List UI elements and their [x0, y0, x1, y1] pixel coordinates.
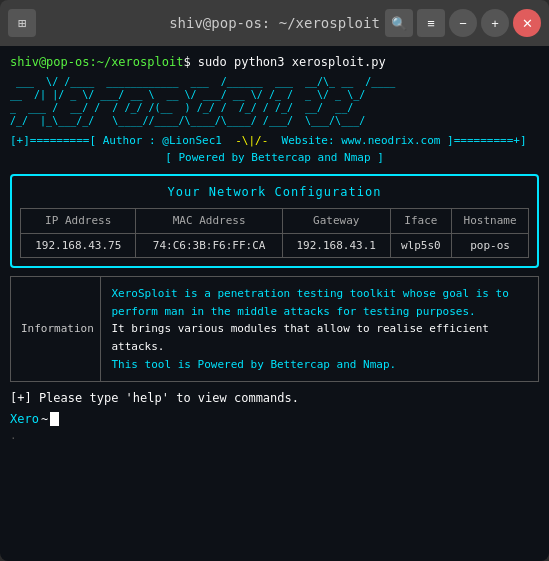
- info-line-2: It brings various modules that allow to …: [111, 322, 489, 353]
- info-line-3: This tool is Powered by Bettercap and Nm…: [111, 358, 396, 371]
- info-line-1: XeroSploit is a penetration testing tool…: [111, 287, 508, 318]
- ascii-art: ___ \/ /____ ____________ ___ /______ __…: [10, 75, 539, 127]
- network-table: IP Address MAC Address Gateway Iface Hos…: [20, 208, 529, 258]
- info-box: Information XeroSploit is a penetration …: [10, 276, 539, 382]
- titlebar-left: ⊞: [8, 9, 36, 37]
- minimize-button[interactable]: −: [449, 9, 477, 37]
- col-iface: Iface: [390, 209, 451, 233]
- terminal-window: ⊞ shiv@pop-os: ~/xerosploit 🔍 ≡ − + ✕ sh…: [0, 0, 549, 561]
- col-hostname: Hostname: [452, 209, 529, 233]
- col-mac: MAC Address: [136, 209, 282, 233]
- author-line: [+]=========[ Author : @LionSec1 -\|/- W…: [10, 133, 539, 148]
- close-button[interactable]: ✕: [513, 9, 541, 37]
- terminal-body[interactable]: shiv@pop-os:~/xerosploit$ sudo python3 x…: [0, 46, 549, 561]
- cell-hostname: pop-os: [452, 233, 529, 257]
- help-prompt: [+] Please type 'help' to view commands.: [10, 390, 539, 407]
- prompt-line: shiv@pop-os:~/xerosploit$ sudo python3 x…: [10, 54, 539, 71]
- powered-line: [ Powered by Bettercap and Nmap ]: [10, 150, 539, 165]
- network-config-box: Your Network Configuration IP Address MA…: [10, 174, 539, 269]
- table-row: 192.168.43.75 74:C6:3B:F6:FF:CA 192.168.…: [21, 233, 529, 257]
- menu-button[interactable]: ≡: [417, 9, 445, 37]
- titlebar: ⊞ shiv@pop-os: ~/xerosploit 🔍 ≡ − + ✕: [0, 0, 549, 46]
- col-gateway: Gateway: [282, 209, 390, 233]
- search-button[interactable]: 🔍: [385, 9, 413, 37]
- col-ip: IP Address: [21, 209, 136, 233]
- cell-gateway: 192.168.43.1: [282, 233, 390, 257]
- prompt-cmd: $ sudo python3 xerosploit.py: [183, 55, 385, 69]
- dot-line: .: [10, 428, 539, 443]
- xero-label: Xero: [10, 411, 39, 428]
- cell-ip: 192.168.43.75: [21, 233, 136, 257]
- xero-tilde: ~: [41, 411, 48, 428]
- info-label: Information: [11, 277, 101, 381]
- cursor: [50, 412, 59, 426]
- cell-iface: wlp5s0: [390, 233, 451, 257]
- titlebar-controls: 🔍 ≡ − + ✕: [385, 9, 541, 37]
- titlebar-title: shiv@pop-os: ~/xerosploit: [169, 15, 380, 31]
- xero-prompt-line: Xero ~: [10, 411, 539, 428]
- cell-mac: 74:C6:3B:F6:FF:CA: [136, 233, 282, 257]
- prompt-user: shiv@pop-os:~/xerosploit: [10, 55, 183, 69]
- info-content: XeroSploit is a penetration testing tool…: [101, 277, 538, 381]
- network-config-title: Your Network Configuration: [20, 184, 529, 201]
- app-icon: ⊞: [8, 9, 36, 37]
- maximize-button[interactable]: +: [481, 9, 509, 37]
